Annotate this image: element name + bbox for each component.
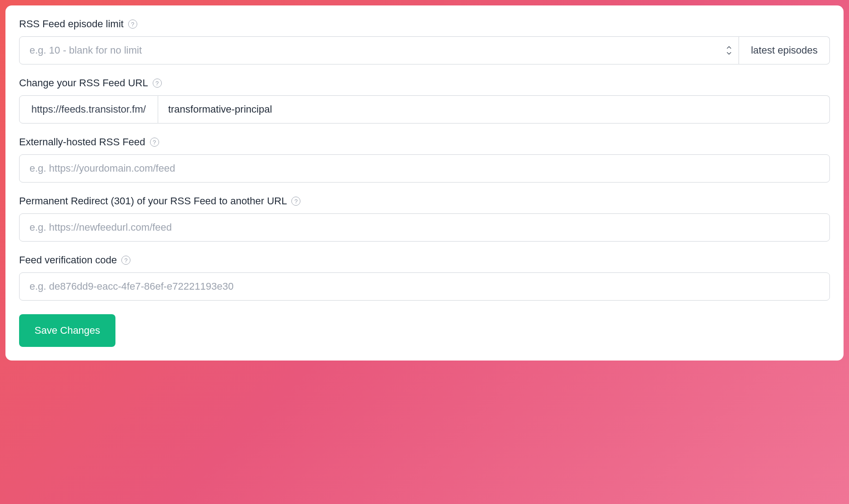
episode-limit-input-wrap: [19, 36, 739, 64]
feed-url-input-row: https://feeds.transistor.fm/: [19, 95, 830, 124]
episode-limit-label: RSS Feed episode limit: [19, 18, 124, 30]
label-row: Change your RSS Feed URL ?: [19, 77, 830, 89]
number-stepper: [725, 45, 733, 56]
episode-limit-input-row: latest episodes: [19, 36, 830, 64]
label-row: Externally-hosted RSS Feed ?: [19, 136, 830, 148]
help-icon[interactable]: ?: [150, 138, 159, 147]
label-row: Feed verification code ?: [19, 254, 830, 266]
field-redirect: Permanent Redirect (301) of your RSS Fee…: [19, 195, 830, 242]
settings-card: RSS Feed episode limit ? latest episodes: [5, 5, 844, 361]
feed-url-slug-input[interactable]: [158, 95, 830, 124]
external-feed-label: Externally-hosted RSS Feed: [19, 136, 145, 148]
label-row: RSS Feed episode limit ?: [19, 18, 830, 30]
chevron-up-icon[interactable]: [725, 45, 733, 50]
field-external-feed: Externally-hosted RSS Feed ?: [19, 136, 830, 183]
episode-limit-input[interactable]: [19, 36, 739, 64]
feed-url-prefix: https://feeds.transistor.fm/: [19, 95, 158, 124]
label-row: Permanent Redirect (301) of your RSS Fee…: [19, 195, 830, 207]
field-feed-url: Change your RSS Feed URL ? https://feeds…: [19, 77, 830, 124]
verification-label: Feed verification code: [19, 254, 117, 266]
episode-limit-select[interactable]: latest episodes: [739, 36, 830, 64]
save-button[interactable]: Save Changes: [19, 314, 115, 347]
help-icon[interactable]: ?: [291, 197, 300, 206]
external-feed-input[interactable]: [19, 154, 830, 183]
feed-url-label: Change your RSS Feed URL: [19, 77, 148, 89]
chevron-down-icon[interactable]: [725, 51, 733, 56]
verification-input[interactable]: [19, 272, 830, 301]
help-icon[interactable]: ?: [153, 79, 162, 88]
redirect-label: Permanent Redirect (301) of your RSS Fee…: [19, 195, 287, 207]
field-verification: Feed verification code ?: [19, 254, 830, 301]
help-icon[interactable]: ?: [128, 20, 137, 29]
field-episode-limit: RSS Feed episode limit ? latest episodes: [19, 18, 830, 64]
redirect-input[interactable]: [19, 213, 830, 242]
help-icon[interactable]: ?: [121, 256, 130, 265]
